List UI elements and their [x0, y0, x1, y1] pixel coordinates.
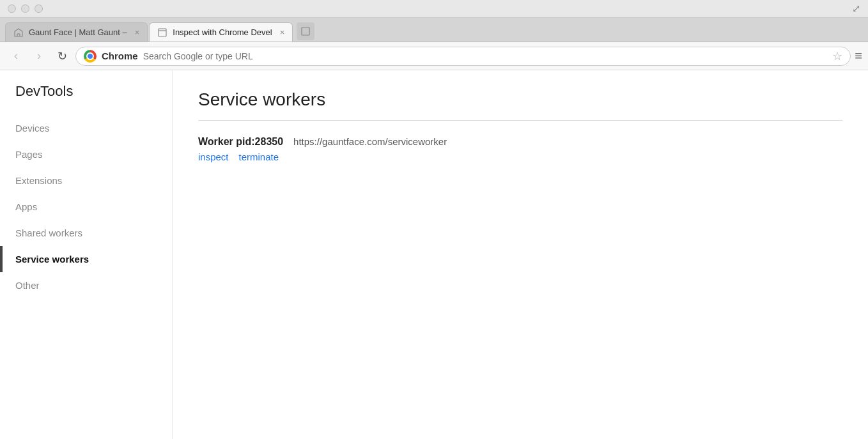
sidebar-item-extensions[interactable]: Extensions — [0, 167, 172, 194]
worker-info: Worker pid:28350 https://gauntface.com/s… — [198, 136, 842, 148]
worker-entry: Worker pid:28350 https://gauntface.com/s… — [198, 136, 842, 162]
sidebar-item-apps[interactable]: Apps — [0, 194, 172, 220]
back-button[interactable]: ‹ — [6, 47, 26, 66]
svg-marker-0 — [15, 29, 22, 36]
forward-button[interactable]: › — [29, 47, 49, 66]
tab2-close[interactable]: × — [280, 27, 285, 37]
chrome-label: Chrome — [102, 50, 138, 61]
main-area: DevTools Devices Pages Extensions Apps S… — [0, 70, 868, 439]
tab1-icon — [13, 27, 24, 38]
sidebar-item-other[interactable]: Other — [0, 272, 172, 298]
divider — [198, 120, 842, 121]
terminate-link[interactable]: terminate — [239, 151, 279, 162]
sidebar-item-devices[interactable]: Devices — [0, 115, 172, 141]
tab-bar: Gaunt Face | Matt Gaunt – × Inspect with… — [0, 18, 868, 42]
menu-icon[interactable]: ≡ — [855, 49, 862, 63]
tab-gauntface[interactable]: Gaunt Face | Matt Gaunt – × — [5, 22, 148, 42]
tab2-label: Inspect with Chrome Devel — [173, 27, 272, 37]
tab2-icon — [157, 27, 167, 38]
traffic-light-maximize[interactable] — [35, 4, 43, 13]
tab1-close[interactable]: × — [135, 27, 140, 37]
worker-url: https://gauntface.com/serviceworker — [293, 136, 447, 147]
content-area: Service workers Worker pid:28350 https:/… — [173, 70, 868, 439]
inspect-link[interactable]: inspect — [198, 151, 229, 162]
page-title: Service workers — [198, 89, 842, 110]
tab1-label: Gaunt Face | Matt Gaunt – — [29, 27, 127, 37]
bookmark-icon[interactable]: ☆ — [832, 49, 842, 63]
svg-rect-4 — [159, 29, 166, 36]
toolbar: ‹ › ↻ Chrome ☆ ≡ — [0, 42, 868, 70]
url-input[interactable] — [143, 51, 828, 61]
traffic-light-close[interactable] — [8, 4, 16, 13]
sidebar: DevTools Devices Pages Extensions Apps S… — [0, 70, 173, 439]
title-bar: ⤢ — [0, 0, 868, 18]
worker-pid: Worker pid:28350 — [198, 136, 283, 148]
tab-inspect[interactable]: Inspect with Chrome Devel × — [149, 22, 293, 42]
expand-icon[interactable]: ⤢ — [852, 3, 860, 15]
reload-button[interactable]: ↻ — [52, 47, 72, 66]
address-bar[interactable]: Chrome ☆ — [75, 47, 851, 66]
new-tab-button[interactable] — [297, 22, 314, 40]
sidebar-item-service-workers[interactable]: Service workers — [0, 246, 172, 272]
chrome-logo-icon — [84, 50, 97, 63]
svg-rect-6 — [302, 27, 309, 35]
sidebar-item-pages[interactable]: Pages — [0, 141, 172, 167]
sidebar-title: DevTools — [0, 83, 172, 115]
worker-actions: inspect terminate — [198, 151, 842, 162]
sidebar-item-shared-workers[interactable]: Shared workers — [0, 220, 172, 246]
traffic-light-minimize[interactable] — [21, 4, 29, 13]
